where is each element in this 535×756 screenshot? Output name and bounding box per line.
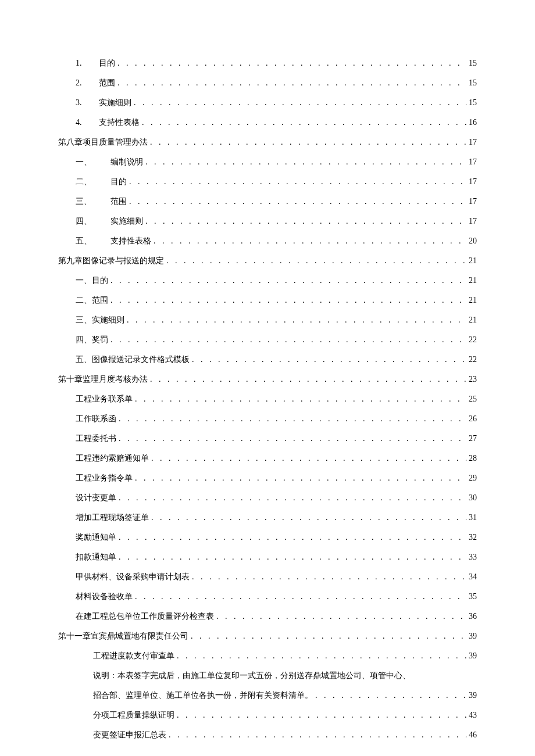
toc-leader-dots <box>166 256 466 266</box>
toc-leader-dots <box>142 118 466 127</box>
toc-entry: 工作联系函26 <box>58 414 477 424</box>
toc-leader-dots <box>191 632 466 641</box>
toc-leader-dots <box>315 691 466 700</box>
toc-page-number: 34 <box>469 572 477 582</box>
toc-label: 3. <box>76 98 99 108</box>
toc-entry: 4.支持性表格16 <box>58 117 477 128</box>
toc-note: 说明：本表签字完成后，由施工单位复印一式五份，分别送存鼎城置地公司、项管中心、 <box>58 671 477 681</box>
toc-leader-dots <box>119 493 466 503</box>
toc-leader-dots <box>192 572 466 582</box>
toc-entry: 五、支持性表格20 <box>58 236 477 246</box>
toc-leader-dots <box>110 296 466 305</box>
toc-page-number: 20 <box>469 237 477 246</box>
toc-entry: 二、范围21 <box>58 295 477 306</box>
toc-title: 奖励通知单 <box>76 532 116 543</box>
toc-page-number: 36 <box>469 612 477 621</box>
toc-title: 工程进度款支付审查单 <box>93 651 174 661</box>
toc-title: 设计变更单 <box>76 493 116 503</box>
toc-page-number: 23 <box>469 375 477 384</box>
toc-title: 目的 <box>99 58 115 69</box>
toc-title: 五、图像报送记录文件格式模板 <box>76 354 190 365</box>
toc-page-number: 15 <box>469 59 477 68</box>
toc-page-number: 15 <box>469 78 477 88</box>
toc-title: 二、范围 <box>76 295 108 306</box>
toc-entry: 增加工程现场签证单31 <box>58 513 477 523</box>
toc-page-number: 17 <box>469 217 477 226</box>
toc-entry: 工程违约索赔通知单28 <box>58 453 477 464</box>
toc-page-number: 17 <box>469 197 477 206</box>
toc-title: 增加工程现场签证单 <box>76 513 149 523</box>
toc-leader-dots <box>110 276 466 285</box>
toc-page-number: 39 <box>469 651 477 661</box>
toc-entry: 奖励通知单32 <box>58 532 477 543</box>
toc-page-number: 30 <box>469 493 477 503</box>
toc-page-number: 16 <box>469 118 477 127</box>
toc-page-number: 32 <box>469 533 477 542</box>
toc-label: 4. <box>76 118 99 127</box>
toc-label: 1. <box>76 59 99 68</box>
toc-entry: 工程业务指令单29 <box>58 473 477 483</box>
toc-page-number: 33 <box>469 553 477 562</box>
toc-leader-dots <box>151 454 466 463</box>
toc-title: 第十一章宜宾鼎城置地有限责任公司 <box>58 631 188 642</box>
toc-leader-dots <box>117 78 466 88</box>
toc-page-number: 46 <box>469 730 477 740</box>
toc-entry: 一、编制说明17 <box>58 157 477 167</box>
toc-leader-dots <box>192 355 466 364</box>
toc-leader-dots <box>135 592 466 601</box>
toc-title: 工程业务指令单 <box>76 473 133 483</box>
toc-leader-dots <box>129 177 466 187</box>
toc-title: 范围 <box>110 196 127 207</box>
toc-entry: 设计变更单30 <box>58 493 477 503</box>
toc-title: 目的 <box>110 177 127 187</box>
toc-entry: 四、实施细则17 <box>58 216 477 227</box>
toc-entry: 甲供材料、设备采购申请计划表34 <box>58 572 477 582</box>
toc-title: 甲供材料、设备采购申请计划表 <box>76 572 190 582</box>
toc-page-number: 31 <box>469 513 477 522</box>
toc-label: 一、 <box>76 157 110 167</box>
toc-title: 工程委托书 <box>76 433 116 444</box>
toc-leader-dots <box>127 316 466 325</box>
toc-entry: 招合部、监理单位、施工单位各执一份，并附有关资料清单。39 <box>58 690 477 701</box>
toc-title: 分项工程质量操纵证明 <box>93 710 174 721</box>
toc-entry: 一、目的21 <box>58 275 477 286</box>
toc-entry: 第十章监理月度考核办法23 <box>58 374 477 385</box>
toc-leader-dots <box>150 138 466 147</box>
toc-leader-dots <box>135 395 466 404</box>
toc-page-number: 28 <box>469 454 477 463</box>
toc-leader-dots <box>119 533 466 542</box>
toc-leader-dots <box>129 197 466 206</box>
toc-title: 三、实施细则 <box>76 315 124 325</box>
toc-title: 第八章项目质量管理办法 <box>58 137 148 148</box>
toc-entry: 2.范围15 <box>58 78 477 88</box>
toc-entry: 扣款通知单33 <box>58 552 477 562</box>
toc-title: 四、奖罚 <box>76 335 108 345</box>
toc-title: 工程业务联系单 <box>76 394 133 404</box>
toc-title: 变更签证申报汇总表 <box>93 730 166 740</box>
toc-leader-dots <box>119 414 466 424</box>
toc-page-number: 15 <box>469 98 477 108</box>
toc-title: 编制说明 <box>110 157 143 167</box>
toc-page-number: 17 <box>469 138 477 147</box>
toc-entry: 变更签证申报汇总表46 <box>58 730 477 740</box>
toc-page-number: 21 <box>469 256 477 266</box>
toc-title: 材料设备验收单 <box>76 592 133 602</box>
toc-entry: 第八章项目质量管理办法17 <box>58 137 477 148</box>
toc-title: 范围 <box>99 78 115 88</box>
toc-title: 支持性表格 <box>110 236 151 246</box>
toc-page-number: 27 <box>469 434 477 443</box>
toc-leader-dots <box>216 612 466 621</box>
toc-leader-dots <box>151 513 466 522</box>
toc-label: 二、 <box>76 177 110 187</box>
toc-page-number: 17 <box>469 157 477 167</box>
toc-page-number: 39 <box>469 691 477 700</box>
toc-page-number: 39 <box>469 632 477 641</box>
toc-entry: 二、目的17 <box>58 177 477 187</box>
toc-page-number: 43 <box>469 711 477 720</box>
toc-entry: 五、图像报送记录文件格式模板22 <box>58 354 477 365</box>
toc-leader-dots <box>119 553 466 562</box>
toc-entry: 第九章图像记录与报送的规定21 <box>58 256 477 266</box>
toc-title: 第十章监理月度考核办法 <box>58 374 148 385</box>
toc-page-number: 26 <box>469 414 477 424</box>
toc-title: 工作联系函 <box>76 414 116 424</box>
